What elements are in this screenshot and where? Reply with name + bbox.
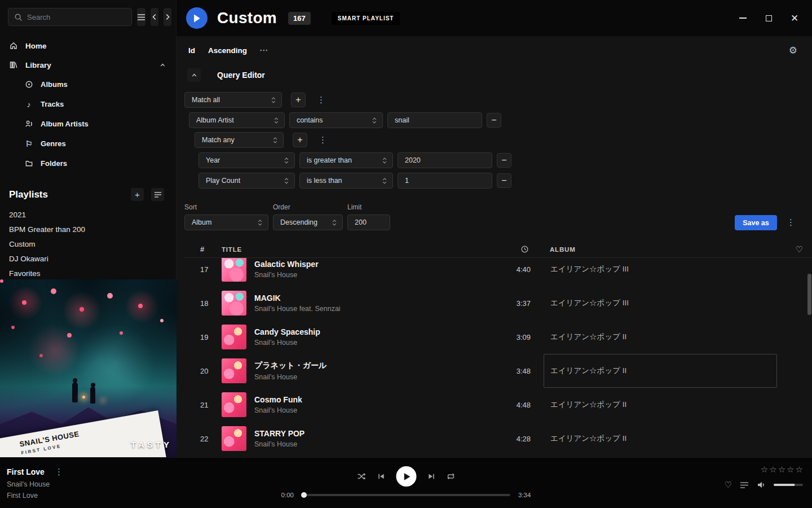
player-bar: First Love ⋮ Snail’s House First Love [0, 457, 812, 508]
play-pause-button[interactable] [396, 466, 417, 487]
search-input[interactable] [27, 13, 126, 21]
track-album[interactable]: エイリアン☆ポップ II [544, 422, 777, 456]
rule-value-input[interactable] [387, 112, 482, 128]
select-caret-icon [330, 218, 338, 227]
rule-field-select[interactable]: Album Artist [189, 112, 285, 128]
sidebar-item-library[interactable]: Library [0, 55, 176, 75]
play-playlist-button[interactable] [186, 7, 208, 29]
rule-value-input[interactable] [398, 173, 492, 189]
match-type-select[interactable]: Match all [184, 92, 282, 108]
group-match-type-select[interactable]: Match any [195, 132, 284, 148]
rule-menu-button[interactable]: ⋮ [315, 95, 328, 105]
artwork-figure [72, 382, 78, 402]
table-row[interactable]: 18 MAGIK Snail’s House feat. Sennzai 3:3… [184, 286, 812, 320]
rule-value-input[interactable] [398, 152, 492, 168]
minimize-button[interactable] [738, 14, 747, 23]
playlist-item[interactable]: 2021 [0, 208, 176, 222]
volume-slider[interactable] [774, 484, 803, 486]
remove-rule-button[interactable]: − [497, 153, 511, 168]
table-row[interactable]: 20 プラネット・ガール Snail’s House 3:48 エイリアン☆ポッ… [184, 354, 812, 388]
previous-button[interactable] [377, 472, 386, 481]
sort-direction-control[interactable]: Ascending [208, 46, 247, 55]
save-as-button[interactable]: Save as [735, 215, 777, 230]
plus-icon: + [135, 190, 140, 199]
sidebar-item-albums[interactable]: Albums [0, 75, 176, 94]
seek-bar: 0:00 3:34 [277, 492, 535, 498]
forward-button[interactable] [164, 8, 171, 26]
table-row[interactable]: 22 STARRY POP Snail’s House 4:28 エイリアン☆ポ… [184, 422, 812, 456]
next-button[interactable] [427, 472, 436, 481]
sidebar-item-label: Folders [41, 159, 67, 168]
remove-rule-button[interactable]: − [487, 113, 501, 128]
search-box[interactable] [8, 8, 132, 26]
playlist-header-bar: Custom 167 SMART PLAYLIST ✕ [176, 0, 812, 36]
group-menu-button[interactable]: ⋮ [316, 135, 329, 145]
playlist-item[interactable]: BPM Greater than 200 [0, 222, 176, 237]
add-group-rule-button[interactable]: + [293, 133, 307, 147]
back-button[interactable] [151, 8, 158, 26]
star-icon[interactable]: ☆ [796, 465, 803, 475]
table-row[interactable]: 21 Cosmo Funk Snail’s House 4:48 エイリアン☆ポ… [184, 388, 812, 422]
track-album[interactable]: エイリアン☆ポップ III [544, 286, 777, 320]
sidebar-item-label: Genres [41, 139, 66, 148]
playlist-list-button[interactable] [151, 188, 164, 201]
sidebar-item-tracks[interactable]: ♪ Tracks [0, 94, 176, 114]
close-button[interactable]: ✕ [790, 14, 799, 23]
repeat-button[interactable] [447, 472, 456, 481]
star-icon[interactable]: ☆ [787, 465, 794, 475]
rule-field-select[interactable]: Year [198, 152, 295, 168]
save-menu-button[interactable]: ⋮ [784, 217, 797, 227]
limit-input[interactable] [347, 214, 390, 230]
seek-knob[interactable] [301, 492, 307, 498]
volume-button[interactable] [757, 480, 766, 489]
track-album[interactable]: エイリアン☆ポップ II [544, 388, 777, 422]
column-header-number[interactable]: # [184, 245, 222, 253]
menu-button[interactable] [137, 8, 145, 26]
track-album[interactable]: エイリアン☆ポップ II [544, 354, 777, 388]
scrollbar-thumb[interactable] [807, 274, 811, 315]
shuffle-button[interactable] [357, 472, 367, 481]
star-icon[interactable]: ☆ [769, 465, 776, 475]
artwork-lanterns [0, 279, 3, 283]
star-icon[interactable]: ☆ [778, 465, 785, 475]
column-header-album[interactable]: ALBUM [544, 246, 777, 253]
rule-operator-select[interactable]: contains [289, 112, 383, 128]
track-album[interactable]: エイリアン☆ポップ III [544, 258, 777, 286]
playlist-item[interactable]: Custom [0, 237, 176, 252]
table-row[interactable]: 17 Galactic Whisper Snail’s House 4:40 エ… [184, 258, 812, 286]
rule-field-select[interactable]: Play Count [198, 173, 295, 189]
column-header-title[interactable]: TITLE [222, 246, 497, 253]
favorite-column-icon[interactable]: ♡ [796, 244, 812, 255]
add-playlist-button[interactable]: + [131, 188, 144, 201]
now-playing-menu-button[interactable]: ⋮ [52, 467, 65, 477]
favorite-button[interactable]: ♡ [725, 480, 732, 490]
more-options-button[interactable]: ⋯ [259, 45, 268, 55]
sidebar-item-album-artists[interactable]: Album Artists [0, 114, 176, 134]
collapse-query-editor-button[interactable] [187, 68, 201, 82]
rule-operator-select[interactable]: is less than [299, 173, 393, 189]
track-album[interactable]: エイリアン☆ポップ II [544, 320, 777, 354]
chevron-up-icon[interactable] [158, 62, 167, 69]
query-order-select[interactable]: Descending [273, 214, 343, 230]
sidebar-item-genres[interactable]: ⚐ Genres [0, 134, 176, 154]
seek-track[interactable] [302, 494, 510, 496]
sidebar-item-home[interactable]: Home [0, 36, 176, 55]
star-icon[interactable]: ☆ [761, 465, 768, 475]
queue-button[interactable] [740, 481, 749, 489]
rule-operator-select[interactable]: is greater than [299, 152, 393, 168]
playlist-item[interactable]: DJ Okawari [0, 252, 176, 266]
select-caret-icon [381, 177, 389, 185]
duration-column-icon[interactable] [520, 245, 529, 253]
table-row[interactable]: 19 Candy Spaceship Snail’s House 3:09 エイ… [184, 320, 812, 354]
gear-icon[interactable]: ⚙ [789, 45, 797, 56]
sidebar-item-folders[interactable]: Folders [0, 154, 176, 173]
query-sort-select[interactable]: Album [184, 214, 268, 230]
sort-field-control[interactable]: Id [188, 46, 195, 55]
maximize-button[interactable] [764, 14, 773, 23]
track-duration: 3:09 [517, 333, 531, 341]
flag-icon: ⚐ [24, 139, 33, 148]
now-playing-artist: Snail’s House [7, 480, 65, 488]
remove-rule-button[interactable]: − [497, 173, 511, 188]
minus-icon: − [501, 155, 506, 165]
add-rule-button[interactable]: + [291, 93, 306, 107]
